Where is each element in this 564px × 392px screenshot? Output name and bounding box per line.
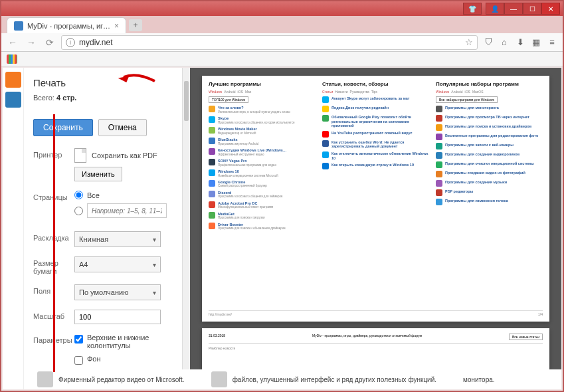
content-area: Печать Всего: 4 стр. Сохранить Отмена Пр…	[3, 68, 561, 389]
background-text: Фон	[87, 355, 101, 363]
tab-title: MyDiv - программы, иг…	[27, 22, 110, 30]
minimize-button[interactable]: —	[504, 3, 523, 15]
pages-all-text: Все	[87, 191, 100, 199]
forward-button[interactable]: →	[24, 35, 39, 50]
cancel-button[interactable]: Отмена	[98, 119, 147, 136]
margins-select[interactable]: По умолчанию	[74, 284, 161, 300]
headers-footers-checkbox[interactable]	[74, 335, 83, 343]
print-title: Печать	[33, 77, 181, 88]
browser-tab[interactable]: MyDiv - программы, иг… ×	[7, 17, 126, 33]
save-button[interactable]: Сохранить	[33, 119, 93, 136]
maximize-button[interactable]: ☐	[523, 3, 541, 15]
tab-strip: MyDiv - программы, иг… × +	[1, 16, 563, 33]
save-as-pdf-text: Сохранить как PDF	[92, 151, 157, 159]
apps-icon[interactable]	[7, 54, 17, 64]
pages-range-input[interactable]	[87, 203, 167, 218]
preview-page-1: Лучшие программы WindowsAndroidiOSMac ТО…	[202, 76, 549, 322]
back-button[interactable]: ←	[5, 35, 20, 50]
sidebar-icon-2	[5, 92, 21, 108]
scrollbar-thumb[interactable]	[184, 81, 189, 121]
tab-close-icon[interactable]: ×	[114, 21, 119, 31]
bookmark-star-icon[interactable]: ☆	[465, 37, 473, 47]
thumb-icon-2	[211, 371, 227, 387]
home-icon[interactable]: ⌂	[498, 36, 511, 49]
pages-range-radio[interactable]	[74, 207, 83, 215]
shield-icon[interactable]: ⛉	[482, 36, 495, 49]
preview-col-articles: Статьи, новости, обзоры СтатьиНовостиРук…	[322, 81, 429, 308]
paper-select[interactable]: A4	[74, 256, 161, 272]
favicon-icon	[14, 21, 23, 31]
page-content-bottom: Фирменный редактор видео от Microsoft. ф…	[24, 369, 561, 389]
annotation-red-line	[53, 114, 55, 372]
video-thumb-icon	[37, 371, 53, 387]
close-button[interactable]: ✕	[541, 3, 560, 15]
menu-icon[interactable]: ≡	[545, 36, 559, 49]
print-dialog: Печать Всего: 4 стр. Сохранить Отмена Пр…	[24, 68, 561, 389]
print-settings-panel: Печать Всего: 4 стр. Сохранить Отмена Пр…	[24, 68, 190, 389]
pdf-icon	[74, 148, 86, 163]
headers-footers-text: Верхние и нижние колонтитулы	[87, 334, 181, 349]
user-icon[interactable]: 👤	[486, 3, 504, 15]
page-left-sidebar	[3, 68, 24, 389]
print-page-count: Всего: 4 стр.	[33, 94, 181, 102]
new-tab-button[interactable]: +	[129, 19, 142, 31]
titlebar: 👕 👤 — ☐ ✕	[1, 1, 563, 16]
shirt-icon[interactable]: 👕	[463, 3, 482, 15]
browser-window: 👕 👤 — ☐ ✕ MyDiv - программы, иг… × + ← →…	[0, 0, 564, 392]
reload-button[interactable]: ⟳	[43, 35, 57, 50]
settings-scrollbar[interactable]	[182, 68, 190, 389]
preview-col-sets: Популярные наборы программ WindowsAndroi…	[436, 81, 543, 308]
url-input[interactable]	[79, 38, 461, 47]
preview-col-programs: Лучшие программы WindowsAndroidiOSMac ТО…	[209, 81, 316, 308]
pages-all-radio[interactable]	[74, 191, 83, 199]
scale-input[interactable]	[74, 310, 161, 324]
print-preview: Лучшие программы WindowsAndroidiOSMac ТО…	[190, 68, 561, 389]
sidebar-icon-1	[5, 72, 21, 88]
navbar: ← → ⟳ i ☆ ⛉ ⌂ ⬇ ▦ ≡	[1, 33, 563, 52]
grid-icon[interactable]: ▦	[529, 36, 543, 49]
download-icon[interactable]: ⬇	[514, 36, 527, 49]
bookmark-bar	[1, 52, 563, 66]
site-info-icon[interactable]: i	[66, 38, 75, 47]
background-checkbox[interactable]	[74, 356, 83, 365]
change-printer-button[interactable]: Изменить	[74, 167, 122, 181]
layout-select[interactable]: Книжная	[74, 231, 161, 247]
url-bar[interactable]: i ☆	[61, 35, 478, 50]
